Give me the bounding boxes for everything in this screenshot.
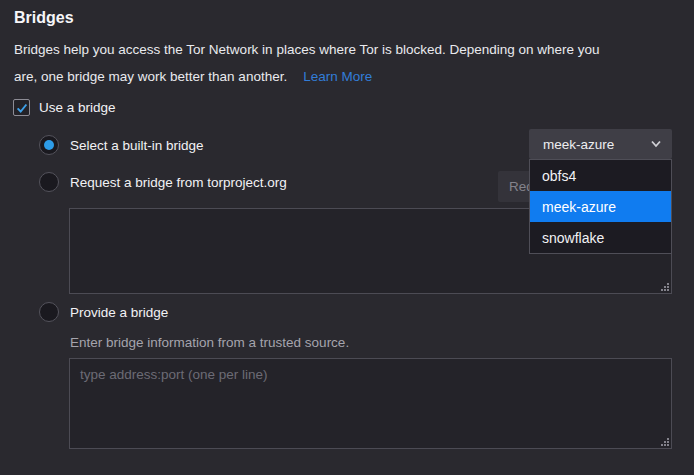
- provide-bridge-radio[interactable]: [39, 302, 59, 322]
- provide-bridge-textarea-box: [69, 358, 672, 449]
- bridges-description-line1: Bridges help you access the Tor Network …: [14, 42, 600, 57]
- provide-bridge-row: Provide a bridge: [39, 302, 168, 322]
- builtin-bridge-row: Select a built-in bridge: [39, 135, 204, 155]
- page-title: Bridges: [14, 9, 74, 27]
- resize-handle[interactable]: [660, 282, 669, 291]
- provide-bridge-label: Provide a bridge: [70, 305, 168, 320]
- chevron-down-icon: [650, 140, 662, 148]
- dropdown-option-meek-azure[interactable]: meek-azure: [530, 191, 671, 222]
- dropdown-option-obfs4[interactable]: obfs4: [530, 160, 671, 191]
- bridges-settings-panel: Bridges Bridges help you access the Tor …: [0, 0, 694, 475]
- bridges-description-line2: are, one bridge may work better than ano…: [14, 69, 287, 84]
- builtin-bridge-radio[interactable]: [39, 135, 59, 155]
- request-bridge-label: Request a bridge from torproject.org: [70, 175, 287, 190]
- request-bridge-radio[interactable]: [39, 172, 59, 192]
- bridges-description-line2-row: are, one bridge may work better than ano…: [14, 69, 372, 84]
- use-a-bridge-checkbox[interactable]: [13, 99, 30, 116]
- dropdown-option-snowflake[interactable]: snowflake: [530, 222, 671, 253]
- resize-handle[interactable]: [660, 437, 669, 446]
- learn-more-link[interactable]: Learn More: [303, 69, 372, 84]
- request-bridge-row: Request a bridge from torproject.org: [39, 172, 287, 192]
- builtin-bridge-select-value: meek-azure: [543, 137, 650, 152]
- builtin-bridge-select[interactable]: meek-azure: [529, 129, 672, 159]
- builtin-bridge-label: Select a built-in bridge: [70, 138, 204, 153]
- checkmark-icon: [15, 101, 29, 115]
- radio-dot: [44, 140, 54, 150]
- builtin-bridge-dropdown: obfs4 meek-azure snowflake: [529, 159, 672, 254]
- provide-bridge-textarea[interactable]: [70, 359, 671, 448]
- use-a-bridge-label: Use a bridge: [39, 100, 116, 115]
- provide-bridge-hint: Enter bridge information from a trusted …: [70, 335, 349, 350]
- use-a-bridge-row: Use a bridge: [13, 99, 116, 116]
